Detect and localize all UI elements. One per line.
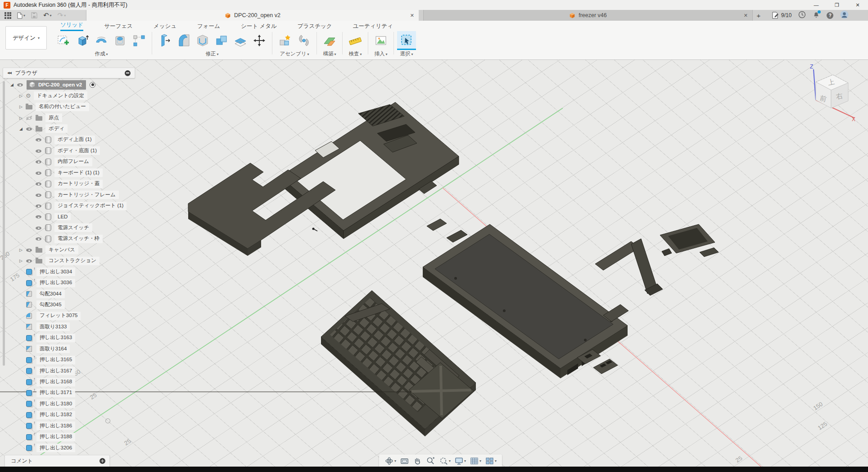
feature-row[interactable]: 押し出し3180 [3, 399, 138, 409]
workspace-switcher[interactable]: デザイン ▾ [5, 26, 47, 50]
eye-icon[interactable] [35, 203, 42, 209]
feature-row[interactable]: 押し出し3168 [3, 377, 138, 387]
tab-utilities[interactable]: ユーティリティ [353, 23, 393, 31]
feature-row[interactable]: 押し出し3036 [3, 277, 138, 288]
select-button[interactable] [397, 31, 416, 50]
joint-button[interactable] [294, 31, 313, 50]
help-button[interactable]: ? [827, 12, 833, 19]
insert-button[interactable] [371, 31, 390, 50]
feature-row[interactable]: 押し出し3188 [3, 431, 138, 442]
create-sketch-button[interactable] [54, 31, 73, 50]
body-label[interactable]: ジョイスティックポート (1) [54, 202, 127, 210]
undo-button[interactable]: ↶▾ [43, 12, 52, 18]
feature-row[interactable]: 押し出し3163 [3, 332, 138, 343]
grid-settings-button[interactable]: ▾ [469, 456, 482, 466]
feature-label[interactable]: 押し出し3171 [36, 389, 75, 397]
profile-button[interactable] [840, 10, 849, 21]
body-label[interactable]: 電源スイッチ・枠 [54, 235, 103, 243]
tree-row-body[interactable]: カートリッジ・フレーム [3, 189, 138, 200]
close-tab-icon[interactable]: ✕ [744, 13, 748, 18]
eye-icon[interactable] [35, 159, 42, 165]
eye-icon[interactable] [35, 136, 42, 143]
tab-form[interactable]: フォーム [197, 23, 220, 31]
tree-row-body[interactable]: 電源スイッチ [3, 222, 138, 233]
tree-row-named-views[interactable]: ▷ 名前の付いたビュー [3, 101, 138, 112]
tree-row-bodies-folder[interactable]: ◢ ボディ [3, 123, 138, 134]
collapse-panel-icon[interactable]: ◀◀ [7, 71, 11, 75]
feature-row[interactable]: 押し出し3167 [3, 365, 138, 376]
body-label[interactable]: カートリッジ・フレーム [54, 191, 119, 199]
expand-icon[interactable]: ▷ [18, 248, 24, 252]
hole-button[interactable] [111, 31, 130, 50]
redo-button[interactable]: ↷▾ [58, 12, 66, 18]
new-tab-button[interactable]: + [753, 10, 764, 21]
feature-label[interactable]: 面取り3133 [36, 322, 70, 331]
minimize-button[interactable]: — [806, 0, 827, 10]
tree-row-body[interactable]: 内部フレーム [3, 156, 138, 167]
body-label[interactable]: ボディ・底面 (1) [54, 146, 100, 155]
feature-row[interactable]: 面取り3133 [3, 322, 138, 332]
feature-label[interactable]: 押し出し3186 [36, 422, 75, 430]
feature-row[interactable]: 押し出し3165 [3, 354, 138, 365]
notifications-button[interactable] [813, 11, 820, 20]
file-menu-button[interactable]: ▾ [17, 12, 25, 19]
add-comment-icon[interactable] [99, 458, 105, 464]
extrude-button[interactable] [73, 31, 92, 50]
tree-row-body[interactable]: 電源スイッチ・枠 [3, 233, 138, 244]
body-label[interactable]: 電源スイッチ [54, 223, 92, 232]
group-label-create[interactable]: 作成 [95, 50, 108, 57]
document-tab-inactive[interactable]: freezer v46 ✕ [423, 10, 753, 21]
feature-label[interactable]: 押し出し3036 [36, 279, 75, 287]
feature-label[interactable]: 押し出し3182 [36, 411, 75, 419]
tab-surface[interactable]: サーフェス [104, 23, 133, 31]
eye-icon[interactable] [17, 82, 23, 88]
feature-label[interactable]: 押し出し3163 [36, 334, 75, 342]
eye-icon[interactable] [35, 169, 42, 176]
feature-row[interactable]: 押し出し3206 [3, 442, 138, 453]
maximize-button[interactable]: ❐ [827, 0, 847, 10]
body-label[interactable]: LED [54, 213, 71, 220]
tree-item-label[interactable]: ボディ [45, 124, 68, 133]
close-tab-icon[interactable]: ✕ [410, 13, 414, 18]
feature-label[interactable]: 押し出し3168 [36, 378, 75, 386]
offset-face-button[interactable] [231, 31, 250, 50]
body-label[interactable]: キーボード (1) (1) [54, 168, 103, 177]
viewports-button[interactable]: ▾ [484, 456, 497, 466]
move-button[interactable] [250, 31, 269, 50]
fillet-button[interactable] [174, 31, 193, 50]
eye-icon[interactable] [35, 191, 42, 198]
tree-item-label[interactable]: ドキュメントの設定 [34, 91, 87, 100]
feature-row[interactable]: 押し出し3034 [3, 266, 138, 277]
orbit-button[interactable]: ▾ [384, 456, 397, 466]
tree-row-canvases[interactable]: ▷ キャンバス [3, 245, 138, 255]
tree-row-body[interactable]: ボディ上面 (1) [3, 134, 138, 145]
look-at-button[interactable] [399, 456, 410, 466]
tab-solid[interactable]: ソリッド [60, 21, 83, 31]
tree-row-root[interactable]: ◢ DPC-200_open v2 [3, 79, 138, 90]
tab-mesh[interactable]: メッシュ [154, 23, 176, 31]
feature-row[interactable]: 勾配3044 [3, 288, 138, 299]
collapse-expanded-icon[interactable]: ◢ [18, 127, 24, 131]
tree-item-label[interactable]: キャンバス [45, 245, 78, 254]
eye-icon[interactable] [35, 224, 42, 231]
feature-row[interactable]: フィレット3075 [3, 310, 138, 321]
eye-icon[interactable] [26, 246, 32, 253]
group-label-modify[interactable]: 修正 [205, 50, 218, 57]
eye-icon[interactable] [35, 147, 42, 154]
remove-panel-icon[interactable] [125, 70, 131, 76]
close-window-button[interactable]: ✕ [847, 0, 868, 10]
new-component-button[interactable] [276, 31, 294, 50]
group-label-insert[interactable]: 挿入 [374, 50, 387, 57]
feature-label[interactable]: 勾配3045 [36, 300, 65, 309]
timeline-strip[interactable] [0, 467, 868, 472]
combine-button[interactable] [212, 31, 231, 50]
tree-item-label[interactable]: コンストラクション [45, 257, 99, 265]
feature-label[interactable]: 押し出し3167 [36, 367, 75, 375]
feature-row[interactable]: 押し出し3186 [3, 421, 138, 431]
feature-label[interactable]: 押し出し3206 [36, 444, 75, 452]
fit-button[interactable]: ▾ [438, 456, 452, 466]
eye-icon[interactable] [35, 213, 42, 220]
revolve-button[interactable] [92, 31, 111, 50]
eye-icon[interactable] [26, 258, 32, 264]
comments-bar[interactable]: コメント [5, 455, 110, 467]
